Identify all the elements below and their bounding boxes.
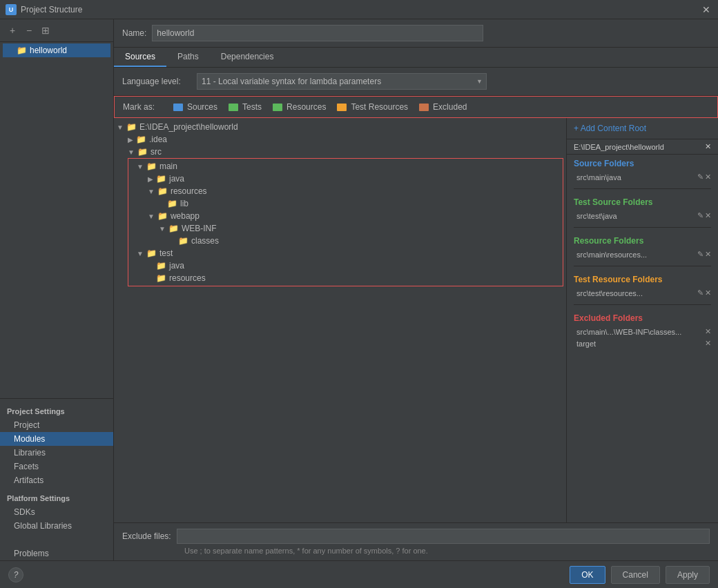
sidebar-item-modules[interactable]: Modules [0,432,113,446]
tree-resources[interactable]: ▼ 📁 resources [128,185,563,197]
tree-src[interactable]: ▼ 📁 src [125,146,566,158]
exclude-label: Exclude files: [122,531,171,541]
source-edit-button[interactable]: ✎ [697,173,704,182]
resource-edit-button[interactable]: ✎ [697,250,704,259]
tab-sources[interactable]: Sources [114,48,166,67]
mark-label: Mark as: [123,102,164,112]
test-resource-folders-section: Test Resource Folders src\test\resources… [567,271,718,300]
lang-level-select[interactable]: 11 - Local variable syntax for lambda pa… [197,73,487,90]
tree-main[interactable]: ▼ 📁 main [128,160,563,173]
sidebar-item-project[interactable]: Project [0,418,113,432]
sidebar-item-problems[interactable]: Problems [0,547,113,560]
language-level-row: Language level: 11 - Local variable synt… [114,68,718,96]
mark-as-row: Mark as: Sources Tests Resources [114,96,718,118]
sidebar-item-global-libraries[interactable]: Global Libraries [0,519,113,533]
test-resource-edit-button[interactable]: ✎ [697,288,704,297]
webinf-label: WEB-INF [182,224,217,233]
resource-actions: ✎ ✕ [697,250,711,259]
ok-button[interactable]: OK [570,566,605,584]
webapp-label: webapp [171,211,200,221]
module-helloworld[interactable]: 📁 helloworld [3,43,110,57]
remove-module-button[interactable]: − [22,23,36,37]
source-folders-title: Source Folders [574,159,711,168]
main-java-folder-icon: 📁 [156,174,166,184]
tree-lib[interactable]: ▶ 📁 lib [128,197,563,210]
test-resources-label: resources [169,273,206,283]
close-button[interactable]: ✕ [700,3,712,16]
tree-classes[interactable]: ▶ 📁 classes [128,235,563,247]
module-folder-icon: 📁 [17,46,27,55]
mark-test-resources-label: Test Resources [351,102,408,112]
source-folder-path: src\main\java [576,173,697,182]
mark-resources[interactable]: Resources [269,101,329,113]
excluded-actions-1: ✕ [705,339,711,348]
tree-main-java[interactable]: ▶ 📁 java [128,173,563,185]
mark-tests-label: Tests [242,102,262,112]
app-icon: U [6,4,17,15]
tree-root-item[interactable]: ▼ 📁 E:\IDEA_project\helloworld [114,121,566,133]
idea-label: .idea [149,135,167,144]
source-folder-entry: src\main\java ✎ ✕ [574,171,711,183]
tree-idea[interactable]: ▶ 📁 .idea [125,133,566,146]
mark-tests[interactable]: Tests [225,101,265,113]
tree-webinf[interactable]: ▼ 📁 WEB-INF [128,222,563,235]
source-remove-button[interactable]: ✕ [705,173,711,182]
mark-test-resources[interactable]: Test Resources [333,101,411,113]
test-resource-actions: ✎ ✕ [697,288,711,297]
excluded-folders-section: Excluded Folders src\main\...\WEB-INF\cl… [567,309,718,351]
tree-test[interactable]: ▼ 📁 test [128,247,563,259]
tests-folder-icon [229,104,238,111]
tree-test-resources[interactable]: ▶ 📁 resources [128,272,563,284]
project-label: Project [14,420,39,430]
sidebar-item-libraries[interactable]: Libraries [0,446,113,460]
excluded-title: Excluded Folders [574,313,711,323]
test-source-remove-button[interactable]: ✕ [705,211,711,220]
tree-webapp[interactable]: ▼ 📁 webapp [128,210,563,222]
sidebar-item-facets[interactable]: Facets [0,460,113,473]
exclude-input[interactable] [177,529,710,544]
excluded-path-1: target [576,340,705,348]
apply-button[interactable]: Apply [666,566,710,584]
mark-excluded[interactable]: Excluded [416,101,470,113]
name-label: Name: [122,28,146,38]
test-resource-remove-button[interactable]: ✕ [705,288,711,297]
divider-1 [574,188,711,189]
content-root-close-button[interactable]: ✕ [705,142,711,151]
lib-label: lib [180,199,188,208]
divider-4 [574,304,711,305]
resources-folder-icon [273,104,282,111]
content-root-path-label: E:\IDEA_project\helloworld [574,143,664,151]
excluded-remove-1-button[interactable]: ✕ [705,339,711,348]
global-libraries-label: Global Libraries [14,521,72,531]
tree-test-java[interactable]: ▶ 📁 java [128,259,563,272]
two-panel: ▼ 📁 E:\IDEA_project\helloworld ▶ 📁 .idea… [114,118,718,522]
resource-folders-section: Resource Folders src\main\resources... ✎… [567,232,718,262]
main-chevron: ▼ [137,163,144,170]
sidebar-item-artifacts[interactable]: Artifacts [0,473,113,487]
mark-sources[interactable]: Sources [170,101,221,113]
resource-remove-button[interactable]: ✕ [705,250,711,259]
test-chevron: ▼ [137,250,144,257]
content-root-path-row: E:\IDEA_project\helloworld ✕ [567,139,718,155]
name-input[interactable] [152,25,483,41]
add-content-root-button[interactable]: + Add Content Root [567,118,718,139]
bottom-action-buttons: OK Cancel Apply [570,566,710,584]
content-area: Name: Sources Paths Dependencies Languag… [114,19,718,560]
resource-path: src\main\resources... [576,251,697,259]
copy-module-button[interactable]: ⊞ [39,23,52,37]
excluded-actions-0: ✕ [705,327,711,336]
lib-folder-icon: 📁 [167,199,177,208]
excluded-remove-0-button[interactable]: ✕ [705,327,711,336]
tab-paths[interactable]: Paths [166,48,210,67]
webapp-folder-icon: 📁 [157,211,168,221]
help-button[interactable]: ? [8,567,23,582]
tab-dependencies[interactable]: Dependencies [210,48,285,67]
sidebar-item-sdks[interactable]: SDKs [0,505,113,519]
test-source-path: src\test\java [576,212,697,220]
cancel-button[interactable]: Cancel [611,566,660,584]
test-source-edit-button[interactable]: ✎ [697,211,704,220]
right-panel: + Add Content Root E:\IDEA_project\hello… [566,118,718,522]
add-module-button[interactable]: + [6,23,19,37]
problems-label: Problems [14,549,49,558]
main-java-label: java [169,174,184,184]
